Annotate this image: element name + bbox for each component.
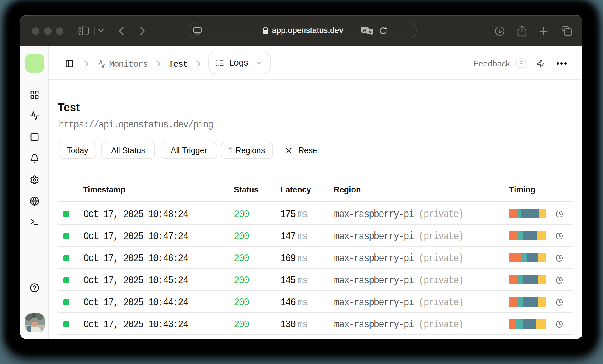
svg-text:x: x bbox=[369, 30, 371, 34]
svg-text:A: A bbox=[363, 27, 366, 32]
